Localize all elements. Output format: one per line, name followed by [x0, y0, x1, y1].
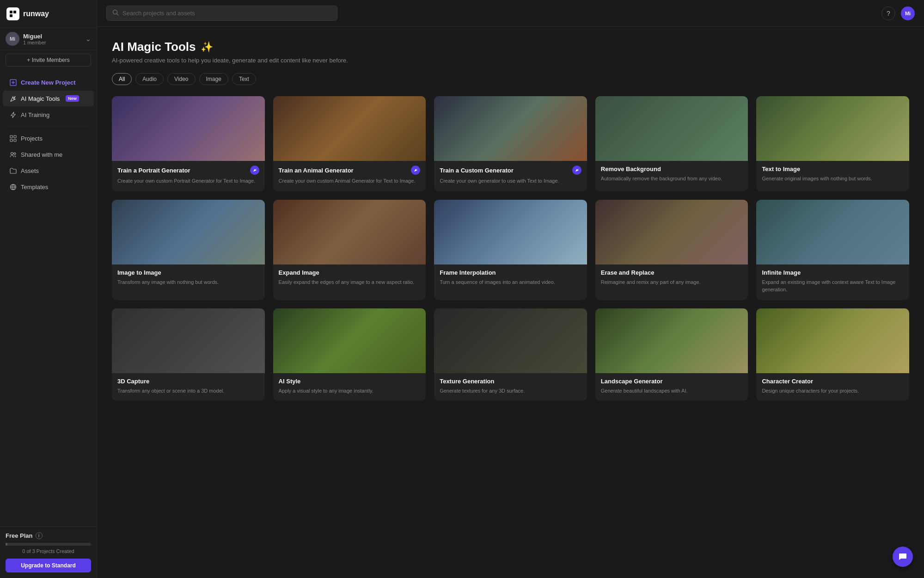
tool-card-tool-row3-4[interactable]: Landscape GeneratorGenerate beautiful la…	[595, 308, 748, 401]
sidebar-item-ai-magic-tools[interactable]: AI Magic Tools New	[3, 91, 94, 106]
tool-card-desc: Design unique characters for your projec…	[762, 387, 904, 395]
bottom-section: Free Plan i 0 of 3 Projects Created Upgr…	[0, 526, 97, 578]
svg-rect-9	[14, 139, 16, 141]
svg-rect-8	[10, 139, 12, 141]
sidebar-item-ai-training[interactable]: AI Training	[3, 107, 94, 123]
tool-card-infinite-image[interactable]: Infinite ImageExpand an existing image w…	[756, 200, 909, 300]
tool-card-tool-row3-5[interactable]: Character CreatorDesign unique character…	[756, 308, 909, 401]
sidebar-item-templates[interactable]: Templates	[3, 179, 94, 195]
lightning-icon	[9, 111, 17, 118]
user-avatar-top[interactable]: Mi	[901, 6, 915, 20]
tool-card-title: 3D Capture	[117, 378, 149, 385]
tool-card-tool-row3-2[interactable]: AI StyleApply a visual style to any imag…	[273, 308, 426, 401]
tool-card-custom-generator[interactable]: Train a Custom Generator Create your own…	[434, 96, 587, 191]
sidebar-item-label: Projects	[21, 135, 43, 142]
tool-card-image	[756, 96, 909, 161]
sidebar-item-label: Assets	[21, 167, 39, 174]
tool-card-remove-background[interactable]: Remove BackgroundAutomatically remove th…	[595, 96, 748, 191]
filter-image[interactable]: Image	[199, 73, 228, 85]
chat-button[interactable]	[893, 547, 913, 567]
tool-card-body: Expand ImageEasily expand the edges of a…	[273, 264, 426, 293]
tool-card-body: Text to ImageGenerate original images wi…	[756, 161, 909, 189]
folder-icon	[9, 167, 17, 174]
svg-rect-1	[13, 11, 16, 13]
filter-text[interactable]: Text	[232, 73, 256, 85]
grid-icon	[9, 135, 17, 142]
page-title-row: AI Magic Tools ✨	[112, 40, 909, 54]
search-input[interactable]	[122, 10, 331, 17]
filter-audio[interactable]: Audio	[135, 73, 164, 85]
new-badge: New	[66, 95, 79, 102]
tool-card-tool-row3-3[interactable]: Texture GenerationGenerate textures for …	[434, 308, 587, 401]
sidebar-item-label: Create New Project	[21, 79, 76, 86]
users-icon	[9, 151, 17, 158]
tool-card-image-to-image[interactable]: Image to ImageTransform any image with n…	[112, 200, 265, 300]
tool-card-desc: Transform any image with nothing but wor…	[117, 278, 259, 286]
invite-members-button[interactable]: + Invite Members	[6, 54, 91, 67]
tool-card-expand-image[interactable]: Expand ImageEasily expand the edges of a…	[273, 200, 426, 300]
tool-card-tool-row3-1[interactable]: 3D CaptureTransform any object or scene …	[112, 308, 265, 401]
user-menu-chevron-icon[interactable]: ⌄	[86, 35, 91, 43]
tool-card-erase-and-replace[interactable]: Erase and ReplaceReimagine and remix any…	[595, 200, 748, 300]
tool-card-body: 3D CaptureTransform any object or scene …	[112, 373, 265, 401]
help-button[interactable]: ?	[881, 6, 895, 20]
tool-card-desc: Turn a sequence of images into an animat…	[440, 278, 581, 286]
sidebar-item-shared-with-me[interactable]: Shared with me	[3, 147, 94, 162]
tool-card-image	[756, 308, 909, 373]
tool-card-title: Texture Generation	[440, 378, 494, 385]
sidebar-item-assets[interactable]: Assets	[3, 163, 94, 178]
tool-card-body: Train a Portrait Generator Create your o…	[112, 161, 265, 191]
tool-card-badge-icon	[411, 166, 420, 175]
tool-card-title: Erase and Replace	[601, 269, 655, 276]
tool-card-badge-icon	[572, 166, 581, 175]
svg-rect-6	[10, 135, 12, 138]
tool-card-body: Train an Animal Generator Create your ow…	[273, 161, 426, 191]
sidebar-item-projects[interactable]: Projects	[3, 130, 94, 146]
tool-card-frame-interpolation[interactable]: Frame InterpolationTurn a sequence of im…	[434, 200, 587, 300]
tool-card-image	[434, 308, 587, 373]
nav-section: Create New Project AI Magic Tools New AI…	[0, 70, 97, 526]
tool-card-text-to-image[interactable]: Text to ImageGenerate original images wi…	[756, 96, 909, 191]
tool-card-image	[112, 308, 265, 373]
svg-rect-2	[10, 14, 12, 17]
top-bar: ? Mi	[97, 0, 924, 27]
tool-card-body: Frame InterpolationTurn a sequence of im…	[434, 264, 587, 293]
tool-card-desc: Easily expand the edges of any image to …	[279, 278, 421, 286]
tool-card-desc: Expand an existing image with context aw…	[762, 278, 904, 294]
tool-card-body: Remove BackgroundAutomatically remove th…	[595, 161, 748, 189]
tool-card-image	[273, 200, 426, 264]
filter-all[interactable]: All	[112, 73, 132, 85]
tool-card-animal-generator[interactable]: Train an Animal Generator Create your ow…	[273, 96, 426, 191]
filter-video[interactable]: Video	[167, 73, 195, 85]
globe-icon	[9, 183, 17, 191]
tool-card-image	[112, 200, 265, 264]
tool-card-title: Image to Image	[117, 269, 161, 276]
logo-text: runway	[23, 10, 49, 18]
page-header: AI Magic Tools ✨ AI-powered creative too…	[112, 40, 909, 64]
user-area[interactable]: Mi Miguel 1 member ⌄	[0, 28, 97, 50]
tool-card-desc: Generate beautiful landscapes with AI.	[601, 387, 743, 395]
tool-card-body: AI StyleApply a visual style to any imag…	[273, 373, 426, 401]
tool-card-body: Character CreatorDesign unique character…	[756, 373, 909, 401]
page-subtitle: AI-powered creative tools to help you id…	[112, 57, 909, 64]
tool-card-title: AI Style	[279, 378, 301, 385]
sidebar-item-create-new-project[interactable]: Create New Project	[3, 74, 94, 90]
tool-card-image	[112, 96, 265, 161]
search-bar[interactable]	[106, 6, 337, 21]
sparkle-icon: ✨	[201, 41, 213, 53]
tool-card-body: Landscape GeneratorGenerate beautiful la…	[595, 373, 748, 401]
magic-icon	[9, 95, 17, 102]
user-name: Miguel	[23, 33, 82, 40]
tool-card-title: Expand Image	[279, 269, 319, 276]
info-icon[interactable]: i	[36, 532, 43, 539]
tool-card-portrait-generator[interactable]: Train a Portrait Generator Create your o…	[112, 96, 265, 191]
tool-card-desc: Create your own custom Animal Generator …	[279, 177, 421, 185]
content-area: AI Magic Tools ✨ AI-powered creative too…	[97, 27, 924, 578]
top-right-actions: ? Mi	[881, 6, 915, 20]
tool-card-title: Infinite Image	[762, 269, 801, 276]
sidebar: runway Mi Miguel 1 member ⌄ + Invite Mem…	[0, 0, 97, 578]
tool-card-desc: Apply a visual style to any image instan…	[279, 387, 421, 395]
upgrade-to-standard-button[interactable]: Upgrade to Standard	[6, 559, 91, 572]
sidebar-item-label: Shared with me	[21, 151, 62, 158]
logo-icon	[6, 7, 19, 20]
